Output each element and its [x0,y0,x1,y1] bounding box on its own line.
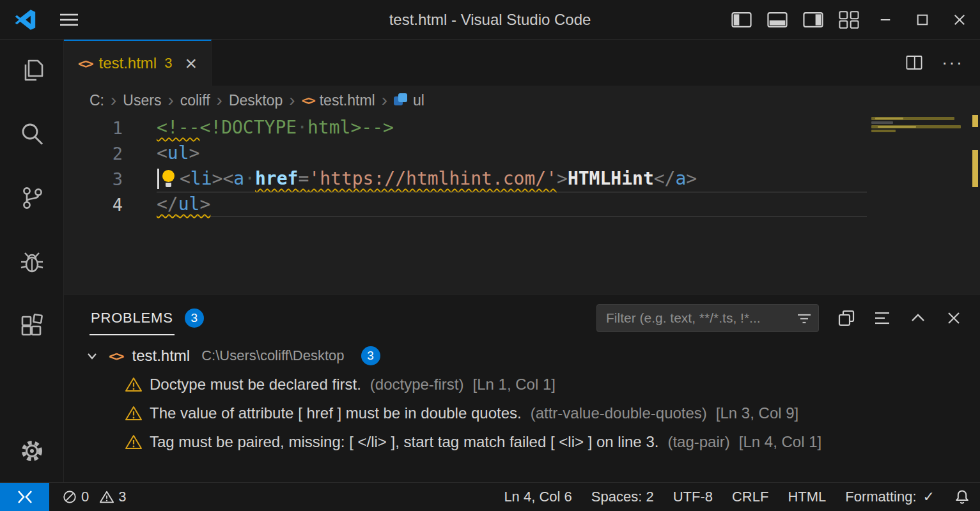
formatting-status-button[interactable]: Formatting: ✓ [836,483,944,511]
code-editor[interactable]: 1<!--<!DOCTYPE·html>-->2<ul>3<li><a·href… [64,115,980,294]
notifications-bell-button[interactable] [944,483,980,511]
view-as-table-icon[interactable] [837,309,856,328]
line-number[interactable]: 1 [64,118,123,138]
line-number[interactable]: 2 [64,144,123,164]
code-text: <ul> [157,141,867,166]
toggle-panel-button[interactable] [763,5,792,34]
problems-panel: PROBLEMS 3 [64,294,980,482]
code-token: >< [212,168,234,189]
code-token: = [298,168,309,189]
problem-message: Tag must be paired, missing: [ </li> ], … [150,433,658,451]
breadcrumb-item[interactable]: Users [123,92,161,109]
code-token: · [297,117,307,138]
overview-ruler-warning-mark [972,115,978,127]
split-editor-button[interactable] [903,52,925,73]
eol-button[interactable]: CRLF [722,483,778,511]
breadcrumb-item[interactable]: Desktop [229,92,283,109]
breadcrumb-item[interactable]: C: [89,92,104,109]
encoding-button[interactable]: UTF-8 [664,483,722,511]
problem-location: [Ln 1, Col 1] [473,376,556,393]
problem-message: The value of attribute [ href ] must be … [150,404,522,422]
breadcrumb-label: coliff [180,92,210,109]
collapse-all-icon[interactable] [873,309,892,328]
problem-code: (attr-value-double-quotes) [531,404,707,422]
lightbulb-icon[interactable] [157,166,180,192]
menu-icon[interactable] [59,12,79,27]
search-icon[interactable] [18,120,46,148]
more-actions-button[interactable]: ··· [942,52,963,73]
problems-list: <> test.html C:\Users\coliff\Desktop 3 D… [64,342,980,482]
minimize-button[interactable] [870,5,901,34]
breadcrumb-label: Users [123,92,161,109]
chevron-right-icon: › [289,91,295,109]
toggle-secondary-sidebar-button[interactable] [798,5,828,34]
code-token: HTMLHint [568,168,654,189]
indentation-button[interactable]: Spaces: 2 [582,483,664,511]
explorer-icon[interactable] [18,56,46,84]
check-icon: ✓ [923,489,935,505]
breadcrumb-item[interactable]: coliff [180,92,210,109]
vscode-logo-icon [14,8,37,31]
problem-row[interactable]: Tag must be paired, missing: [ </li> ], … [64,427,980,456]
maximize-panel-icon[interactable] [908,309,928,328]
source-control-icon[interactable] [18,184,46,212]
code-text: <li><a·href='https://htmlhint.com/'>HTML… [157,166,867,192]
code-line[interactable]: 3<li><a·href='https://htmlhint.com/'>HTM… [64,166,980,192]
remote-indicator-button[interactable] [0,483,49,511]
problem-location: [Ln 3, Col 9] [716,404,798,422]
problems-status-button[interactable]: 0 3 [49,483,143,511]
code-token: <!-- [157,117,199,138]
code-line[interactable]: 1<!--<!DOCTYPE·html>--> [64,115,980,141]
extensions-icon[interactable] [18,312,46,340]
customize-layout-button[interactable] [834,5,864,34]
settings-gear-icon[interactable] [18,437,46,465]
code-text: <!--<!DOCTYPE·html>--> [157,115,867,141]
title-bar: test.html - Visual Studio Code [0,0,980,40]
html-file-icon: <> [109,348,123,364]
problems-file-name: test.html [132,347,191,365]
breadcrumb-label: Desktop [229,92,283,109]
warning-icon [125,434,142,450]
maximize-button[interactable] [907,5,938,34]
warning-icon [125,376,142,393]
minimap[interactable] [871,116,961,192]
chevron-down-icon[interactable] [83,347,101,365]
problem-code: (doctype-first) [370,376,464,393]
cursor-position-button[interactable]: Ln 4, Col 6 [494,483,581,511]
tab-test-html[interactable]: <> test.html 3 × [64,40,212,86]
filter-icon [796,310,813,326]
code-token: < [157,142,167,164]
code-token: li [191,168,212,189]
toggle-primary-sidebar-button[interactable] [727,5,756,34]
breadcrumb-item[interactable]: ul [394,92,424,109]
close-window-button[interactable] [944,5,975,34]
code-line[interactable]: 2<ul> [64,141,980,166]
run-debug-icon[interactable] [18,248,46,276]
problems-file-row[interactable]: <> test.html C:\Users\coliff\Desktop 3 [64,342,980,370]
problems-filter-input[interactable] [596,304,819,332]
minimap-line-mark [871,121,893,124]
minimap-line-mark [871,130,896,132]
bell-icon [954,489,970,505]
tab-problems[interactable]: PROBLEMS 3 [89,301,204,335]
problem-row[interactable]: Doctype must be declared first.(doctype-… [64,370,980,399]
chevron-right-icon: › [111,91,116,109]
breadcrumb-item[interactable]: <>test.html [302,92,375,109]
activity-bar [0,40,64,482]
line-number[interactable]: 3 [64,169,123,189]
problem-row[interactable]: The value of attribute [ href ] must be … [64,399,980,427]
overview-ruler-warning-mark [972,150,978,187]
vscode-window: test.html - Visual Studio Code [0,0,980,511]
line-number[interactable]: 4 [64,195,123,215]
code-token: ul [178,194,200,215]
code-line[interactable]: 4</ul> [64,192,980,217]
problem-message: Doctype must be declared first. [150,376,361,393]
chevron-right-icon: › [217,91,222,109]
tab-problem-badge: 3 [164,55,172,72]
code-token: 'https://htmlhint.com/' [309,168,557,189]
breadcrumb-label: C: [89,92,104,109]
code-token: > [199,194,210,215]
close-tab-icon[interactable]: × [185,53,197,73]
close-panel-icon[interactable] [944,309,963,328]
language-mode-button[interactable]: HTML [778,483,836,511]
